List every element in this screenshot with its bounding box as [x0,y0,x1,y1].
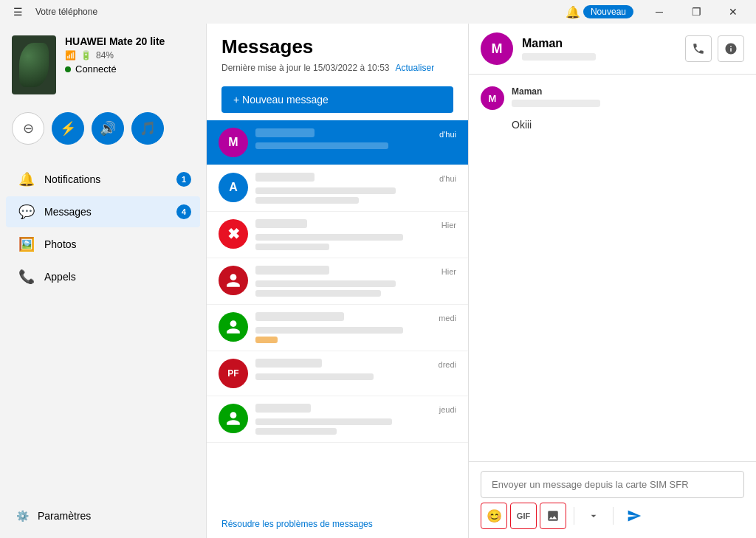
music-button[interactable]: 🎵 [131,112,164,145]
blurred-preview [255,187,396,194]
photos-icon: 🖼️ [18,236,35,252]
sidebar-bottom: ⚙️ Paramètres [0,494,206,538]
send-button[interactable] [621,503,647,529]
message-time: d'hui [439,174,456,183]
call-button[interactable] [685,35,712,62]
message-content: d'hui [255,173,456,204]
appels-label: Appels [44,271,76,283]
list-item[interactable]: ✖ Hier [207,212,468,258]
contact-info: Maman [522,37,676,61]
contact-avatar: M [481,32,513,65]
message-time: d'hui [439,130,456,139]
blurred-preview [255,373,374,380]
avatar: A [219,173,248,202]
bluetooth-button[interactable]: ⚡ [52,112,84,145]
connection-status: Connecté [65,63,165,75]
nav-items: 🔔 Notifications 1 💬 Messages 4 🖼️ Photos… [0,156,206,494]
close-button[interactable]: ✕ [716,0,750,24]
chat-message: M Maman [481,86,744,110]
nouveau-badge[interactable]: Nouveau [583,5,633,18]
contact-name-label: Maman [522,37,676,50]
blurred-preview [255,418,392,425]
list-item[interactable]: PF dredi [207,351,468,396]
phone-thumbnail [12,35,56,94]
blurred-preview2 [255,197,359,204]
menu-button[interactable]: ☰ [6,0,30,24]
actualiser-link[interactable]: Actualiser [395,63,434,73]
blurred-preview2 [255,290,381,297]
phone-info: HUAWEI Mate 20 lite 📶 🔋 84% Connecté [0,24,206,106]
message-preview [255,139,456,149]
volume-button[interactable]: 🔊 [92,112,124,145]
blurred-name [255,312,344,321]
sim-dropdown[interactable] [582,503,605,529]
list-item[interactable]: Hier [207,258,468,305]
new-message-button[interactable]: + Nouveau message [221,86,453,113]
action-buttons: ⊖ ⚡ 🔊 🎵 [0,106,206,156]
phone-stats: 📶 🔋 84% [65,50,165,61]
emoji-button[interactable]: 😊 [481,503,507,529]
messages-panel: Messages Dernière mise à jour le 15/03/2… [207,24,469,538]
phone-name: HUAWEI Mate 20 lite [65,35,165,47]
message-list: M d'hui A [207,120,468,510]
blurred-preview2 [255,244,329,250]
settings-label: Paramètres [38,510,91,522]
sidebar-item-messages[interactable]: 💬 Messages 4 [6,196,200,227]
signal-icon: 📶 [65,50,76,61]
resolve-link[interactable]: Résoudre les problèmes de messages [207,510,468,538]
message-content: medi [255,312,456,343]
mute-button[interactable]: ⊖ [12,112,44,145]
list-item[interactable]: M d'hui [207,120,468,165]
blurred-name [255,128,315,137]
minimize-button[interactable]: ─ [642,0,676,24]
messages-badge: 4 [176,204,191,219]
contact-name [255,128,315,139]
appels-icon: 📞 [18,269,35,285]
message-input[interactable] [481,471,744,498]
info-button[interactable] [718,35,744,62]
sidebar: HUAWEI Mate 20 lite 📶 🔋 84% Connecté ⊖ ⚡… [0,24,207,538]
restore-button[interactable]: ❐ [679,0,713,24]
blurred-preview [255,280,396,287]
sidebar-item-photos[interactable]: 🖼️ Photos [6,229,200,260]
avatar: PF [219,359,248,388]
input-area: 😊 GIF [469,461,756,538]
message-time: medi [439,314,456,323]
chat-msg-body: Maman [512,86,600,107]
blurred-name [255,219,307,228]
chat-sender: Maman [512,86,600,97]
right-panel: M Maman M Maman [469,24,756,538]
list-item[interactable]: A d'hui [207,165,468,212]
title-bar: ☰ Votre téléphone 🔔 Nouveau ─ ❐ ✕ [0,0,756,24]
contact-header: M Maman [469,24,756,75]
notif-icon[interactable]: 🔔 [566,5,580,19]
messages-icon: 💬 [18,204,35,220]
gif-button[interactable]: GIF [510,503,537,529]
image-button[interactable] [540,503,566,529]
toolbar-separator-2 [613,507,614,525]
battery-icon: 🔋 [80,50,92,61]
message-content: d'hui [255,128,456,149]
chat-msg-body-2: Okiii [512,119,532,131]
blurred-name [255,404,311,413]
message-content: Hier [255,219,456,250]
list-item[interactable]: medi [207,305,468,351]
settings-item[interactable]: ⚙️ Paramètres [9,503,197,529]
battery-level: 84% [96,50,114,61]
sidebar-item-notifications[interactable]: 🔔 Notifications 1 [6,164,200,195]
list-item[interactable]: jeudi [207,396,468,443]
blurred-name [255,266,329,275]
blurred-preview [255,327,403,334]
message-time: Hier [441,221,456,230]
avatar [219,312,248,342]
blurred-preview [255,142,388,149]
toolbar-separator [574,507,574,525]
chat-blurred-1 [512,100,600,107]
blurred-preview2 [255,337,278,343]
photos-label: Photos [44,238,77,250]
avatar: M [219,128,248,157]
sidebar-item-appels[interactable]: 📞 Appels [6,261,200,292]
blurred-preview [255,234,403,241]
input-toolbar: 😊 GIF [481,498,744,529]
blurred-name [255,359,322,368]
